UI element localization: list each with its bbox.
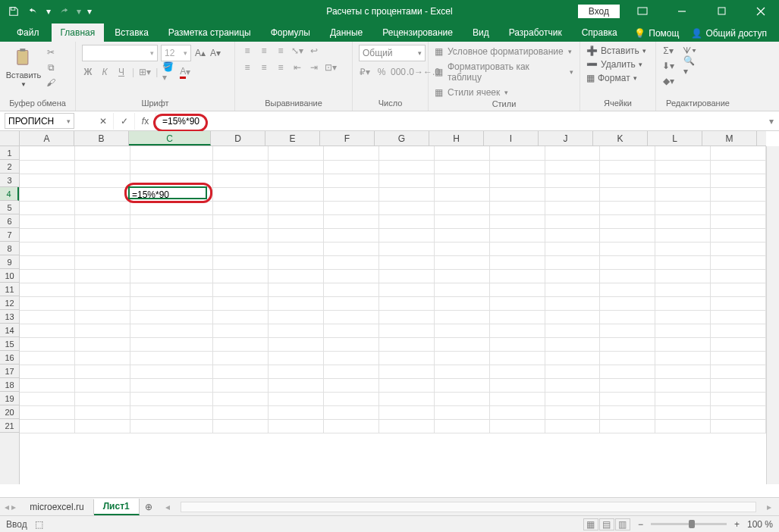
clear-icon[interactable]: ◆▾ — [662, 75, 674, 87]
cell[interactable] — [20, 187, 75, 201]
cell[interactable] — [324, 310, 379, 324]
cell[interactable] — [130, 228, 213, 242]
cell[interactable] — [130, 174, 213, 187]
cell[interactable] — [130, 365, 213, 378]
cell[interactable] — [379, 378, 434, 392]
merge-icon[interactable]: ⊡▾ — [325, 61, 337, 74]
copy-icon[interactable]: ⧉ — [44, 61, 58, 74]
cell[interactable] — [434, 255, 489, 269]
cell[interactable] — [434, 365, 489, 378]
zoom-in-icon[interactable]: + — [734, 519, 740, 530]
cell[interactable] — [655, 242, 711, 255]
cell[interactable] — [655, 324, 711, 337]
conditional-formatting[interactable]: ▦Условное форматирование▾ — [435, 45, 572, 58]
cell[interactable] — [545, 269, 600, 283]
cell[interactable] — [489, 255, 545, 269]
cell[interactable] — [213, 351, 269, 365]
cell[interactable] — [269, 378, 324, 392]
cell[interactable] — [324, 160, 379, 174]
cell[interactable] — [379, 201, 434, 214]
cell[interactable] — [434, 201, 489, 214]
cell[interactable] — [545, 187, 600, 201]
cell[interactable] — [324, 324, 379, 337]
cell[interactable] — [600, 351, 655, 365]
cell[interactable] — [655, 174, 711, 187]
cell[interactable] — [20, 310, 75, 324]
cell[interactable] — [545, 174, 600, 187]
cell[interactable] — [130, 242, 213, 255]
cell[interactable] — [130, 378, 213, 392]
cell[interactable] — [711, 255, 766, 269]
cell[interactable] — [379, 324, 434, 337]
col-header-H[interactable]: H — [429, 131, 484, 146]
cell[interactable] — [213, 242, 269, 255]
cell[interactable] — [213, 392, 269, 405]
cell[interactable] — [213, 283, 269, 296]
cell[interactable] — [269, 242, 324, 255]
cell[interactable] — [545, 419, 600, 433]
zoom-level[interactable]: 100 % — [747, 519, 773, 530]
row-header-6[interactable]: 6 — [0, 214, 19, 228]
undo-dropdown-icon[interactable]: ▾ — [44, 2, 53, 20]
cell[interactable] — [711, 310, 766, 324]
cell[interactable] — [213, 187, 269, 201]
cell-styles[interactable]: ▦Стили ячеек▾ — [435, 86, 508, 99]
cell[interactable] — [655, 337, 711, 351]
cell[interactable] — [655, 187, 711, 201]
cell[interactable] — [213, 378, 269, 392]
cell[interactable] — [434, 351, 489, 365]
cell[interactable] — [269, 296, 324, 310]
row-header-7[interactable]: 7 — [0, 228, 19, 242]
cell[interactable] — [600, 228, 655, 242]
view-pagelayout-icon[interactable]: ▤ — [599, 518, 614, 530]
view-normal-icon[interactable]: ▦ — [583, 518, 598, 530]
col-header-E[interactable]: E — [265, 131, 320, 146]
cell[interactable] — [20, 405, 75, 419]
underline-icon[interactable]: Ч — [115, 66, 127, 78]
cell[interactable] — [324, 365, 379, 378]
cell[interactable] — [655, 392, 711, 405]
cell[interactable] — [434, 324, 489, 337]
cell[interactable] — [130, 419, 213, 433]
indent-inc-icon[interactable]: ⇥ — [308, 61, 320, 74]
active-cell[interactable]: =15%*90 — [128, 186, 207, 199]
close-icon[interactable] — [744, 0, 777, 22]
cell[interactable] — [600, 160, 655, 174]
sheet-tab-1[interactable]: microexcel.ru — [20, 499, 93, 515]
cell[interactable] — [324, 242, 379, 255]
cell[interactable] — [379, 160, 434, 174]
cell[interactable] — [379, 187, 434, 201]
cell[interactable] — [489, 296, 545, 310]
row-header-4[interactable]: 4 — [0, 187, 19, 201]
cell[interactable] — [600, 201, 655, 214]
cell[interactable] — [545, 296, 600, 310]
cell[interactable] — [600, 242, 655, 255]
tab-insert[interactable]: Вставка — [105, 23, 158, 42]
cell[interactable] — [655, 283, 711, 296]
cell[interactable] — [489, 214, 545, 228]
cell[interactable] — [75, 419, 130, 433]
cell[interactable] — [545, 160, 600, 174]
italic-icon[interactable]: К — [99, 66, 111, 78]
sheet-nav[interactable]: ◂ ▸ — [5, 502, 20, 512]
cell[interactable] — [130, 214, 213, 228]
cell[interactable] — [545, 392, 600, 405]
cell[interactable] — [213, 324, 269, 337]
row-header-17[interactable]: 17 — [0, 365, 19, 378]
tab-review[interactable]: Рецензирование — [373, 23, 462, 42]
tab-layout[interactable]: Разметка страницы — [159, 23, 260, 42]
cell[interactable] — [75, 351, 130, 365]
row-header-20[interactable]: 20 — [0, 405, 19, 419]
cell[interactable] — [489, 228, 545, 242]
enter-formula-icon[interactable]: ✓ — [114, 113, 135, 130]
tab-data[interactable]: Данные — [321, 23, 372, 42]
cell[interactable] — [324, 187, 379, 201]
cell[interactable] — [600, 146, 655, 160]
cell[interactable] — [489, 392, 545, 405]
cell[interactable] — [711, 160, 766, 174]
cell[interactable] — [655, 378, 711, 392]
cell[interactable] — [130, 146, 213, 160]
cell[interactable] — [489, 187, 545, 201]
cell[interactable] — [489, 324, 545, 337]
row-headers[interactable]: 123456789101112131415161718192021 — [0, 146, 20, 484]
